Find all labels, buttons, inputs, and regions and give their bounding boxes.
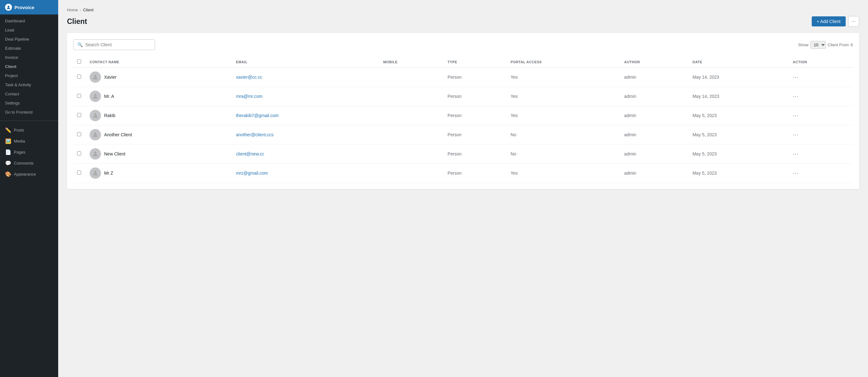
sidebar-logo[interactable]: Provoice [0, 0, 58, 14]
row-date: May 5, 2023 [689, 125, 789, 144]
sidebar-item-label: Go to Frontend [5, 110, 32, 115]
email-link[interactable]: xavier@cc.cc [236, 75, 262, 80]
show-select[interactable]: 10 25 50 [810, 41, 826, 49]
sidebar-item-label: Lead [5, 28, 14, 32]
sidebar-item-settings[interactable]: Settings [0, 98, 58, 108]
row-portal-access: Yes [507, 106, 620, 125]
avatar [90, 129, 101, 140]
sidebar-item-lead[interactable]: Lead [0, 26, 58, 35]
sidebar-item-invoice[interactable]: Invoice [0, 53, 58, 62]
sidebar-item-pages[interactable]: 📄 Pages [0, 147, 58, 158]
row-checkbox-cell [73, 164, 86, 183]
row-contact-name: Xavier [86, 68, 232, 87]
svg-point-6 [94, 171, 96, 173]
email-link[interactable]: therakib7@gmail.com [236, 113, 279, 118]
sidebar-item-client[interactable]: Client [0, 62, 58, 71]
media-icon: 🖼️ [5, 138, 11, 144]
email-link[interactable]: mra@mr.com [236, 94, 262, 99]
svg-point-1 [94, 75, 96, 77]
more-options-button[interactable]: ··· [848, 16, 859, 27]
email-link[interactable]: mrz@gmail.com [236, 171, 268, 176]
row-action-menu-button[interactable]: ··· [793, 74, 799, 80]
row-action-menu-button[interactable]: ··· [793, 151, 799, 157]
sidebar-item-label: Dashboard [5, 19, 25, 23]
contact-name-label[interactable]: Mr Z [104, 171, 113, 176]
sidebar-item-media[interactable]: 🖼️ Media [0, 136, 58, 147]
row-email: xavier@cc.cc [232, 68, 379, 87]
row-action-menu-button[interactable]: ··· [793, 93, 799, 99]
sidebar-item-label: Media [14, 139, 25, 144]
add-client-button[interactable]: + Add Client [812, 17, 846, 26]
row-email: mrz@gmail.com [232, 164, 379, 183]
email-link[interactable]: client@new.cc [236, 151, 264, 156]
select-all-checkbox[interactable] [77, 59, 81, 64]
contact-name-label[interactable]: New Client [104, 151, 125, 156]
sidebar-item-label: Appearance [14, 172, 36, 177]
row-checkbox[interactable] [77, 94, 81, 98]
sidebar-item-label: Estimate [5, 46, 21, 51]
th-action: Action [789, 56, 853, 68]
row-action-menu-button[interactable]: ··· [793, 132, 799, 138]
sidebar-item-posts[interactable]: ✏️ Posts [0, 125, 58, 136]
sidebar-item-task-activity[interactable]: Task & Activity [0, 80, 58, 89]
contact-name-label[interactable]: Rakib [104, 113, 116, 118]
row-checkbox[interactable] [77, 113, 81, 117]
row-checkbox[interactable] [77, 151, 81, 155]
page-header: Client + Add Client ··· [67, 16, 859, 27]
posts-icon: ✏️ [5, 127, 11, 133]
sidebar-item-label: Settings [5, 101, 20, 106]
row-type: Person [444, 87, 507, 106]
contact-name-label[interactable]: Mr. A [104, 94, 114, 99]
row-email: another@client.ccs [232, 125, 379, 144]
sidebar-item-label: Project [5, 73, 18, 78]
contact-name-label[interactable]: Another Client [104, 132, 132, 137]
sidebar-item-contact[interactable]: Contact [0, 89, 58, 98]
row-action-menu-button[interactable]: ··· [793, 170, 799, 176]
row-checkbox-cell [73, 87, 86, 106]
row-portal-access: Yes [507, 87, 620, 106]
sidebar-item-dashboard[interactable]: Dashboard [0, 17, 58, 26]
sidebar-item-label: Posts [14, 128, 24, 133]
sidebar-item-label: Pages [14, 150, 26, 154]
row-checkbox-cell [73, 125, 86, 144]
sidebar-item-label: Client [5, 64, 17, 69]
sidebar-item-go-to-frontend[interactable]: Go to Frontend [0, 108, 58, 117]
th-checkbox [73, 56, 86, 68]
clients-table-container: Contact Name Email Mobile Type Portal Ac… [73, 56, 853, 183]
row-checkbox[interactable] [77, 75, 81, 79]
row-action-menu-button[interactable]: ··· [793, 112, 799, 119]
row-type: Person [444, 106, 507, 125]
sidebar-item-deal-pipeline[interactable]: Deal Pipeline [0, 35, 58, 44]
sidebar-item-appearance[interactable]: 🎨 Appearance [0, 169, 58, 180]
row-checkbox[interactable] [77, 132, 81, 136]
email-link[interactable]: another@client.ccs [236, 132, 273, 137]
row-contact-name: Rakib [86, 106, 232, 125]
row-action: ··· [789, 68, 853, 87]
row-checkbox[interactable] [77, 171, 81, 175]
table-row: Another Client another@client.ccs Person… [73, 125, 853, 144]
row-portal-access: No [507, 125, 620, 144]
row-author: admin [620, 144, 689, 164]
row-mobile [379, 125, 444, 144]
search-input[interactable] [85, 42, 151, 47]
comments-icon: 💬 [5, 160, 11, 166]
row-email: mra@mr.com [232, 87, 379, 106]
sidebar-item-project[interactable]: Project [0, 71, 58, 80]
avatar [90, 71, 101, 83]
table-row: Mr. A mra@mr.com Person Yes admin May 14… [73, 87, 853, 106]
breadcrumb-current: Client [83, 7, 93, 12]
contact-name-label[interactable]: Xavier [104, 75, 117, 80]
row-action: ··· [789, 106, 853, 125]
row-email: therakib7@gmail.com [232, 106, 379, 125]
row-email: client@new.cc [232, 144, 379, 164]
th-mobile: Mobile [379, 56, 444, 68]
row-portal-access: Yes [507, 164, 620, 183]
provoice-logo-icon [5, 4, 12, 11]
avatar [90, 148, 101, 160]
breadcrumb-home[interactable]: Home [67, 7, 78, 12]
sidebar-item-estimate[interactable]: Estimate [0, 44, 58, 53]
row-date: May 5, 2023 [689, 144, 789, 164]
sidebar-item-comments[interactable]: 💬 Comments [0, 158, 58, 169]
row-action: ··· [789, 87, 853, 106]
table-row: Xavier xavier@cc.cc Person Yes admin May… [73, 68, 853, 87]
